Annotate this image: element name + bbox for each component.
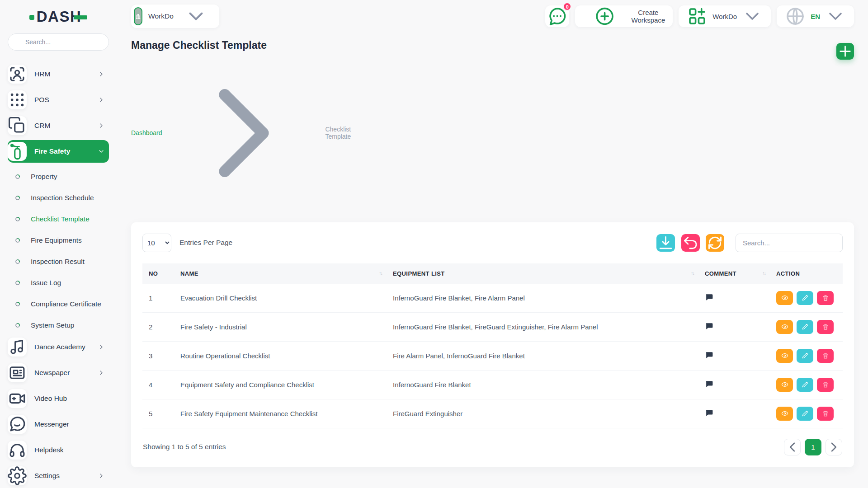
language-selector[interactable]: EN bbox=[777, 5, 854, 27]
sidebar-item-label: Video Hub bbox=[34, 394, 109, 403]
delete-button[interactable] bbox=[817, 320, 834, 334]
globe-icon bbox=[784, 5, 806, 27]
page-title: Manage Checklist Template bbox=[131, 39, 361, 52]
chevron-down-icon bbox=[741, 5, 763, 27]
sidebar-item-property[interactable]: Property bbox=[8, 166, 109, 187]
sidebar-search-input[interactable] bbox=[8, 33, 109, 51]
edit-button[interactable] bbox=[797, 378, 813, 392]
logo-dot-accent bbox=[29, 15, 34, 20]
create-workspace-button[interactable]: Create Workspace bbox=[575, 5, 673, 27]
pencil-icon bbox=[802, 294, 809, 301]
column-header-no: NO bbox=[142, 263, 175, 284]
sidebar-item-pos[interactable]: POS bbox=[8, 89, 109, 111]
sidebar-item-label: Messenger bbox=[34, 420, 109, 428]
sidebar-item-label: Dance Academy bbox=[34, 343, 98, 351]
sidebar-item-inspection-result[interactable]: Inspection Result bbox=[8, 251, 109, 272]
create-template-button[interactable] bbox=[836, 43, 854, 60]
circle-bullet-icon bbox=[15, 280, 20, 286]
comment-button[interactable] bbox=[705, 321, 715, 331]
sidebar-item-fire-equipments[interactable]: Fire Equipments bbox=[8, 230, 109, 251]
table-search-input[interactable] bbox=[736, 234, 843, 252]
delete-button[interactable] bbox=[817, 349, 834, 363]
table-row: 1Evacuation Drill ChecklistInfernoGuard … bbox=[142, 284, 843, 313]
checklist-table-card: 10 Entries Per Page NONA bbox=[131, 222, 854, 467]
sidebar-item-helpdesk[interactable]: Helpdesk bbox=[8, 439, 109, 461]
sidebar-item-label: CRM bbox=[34, 122, 98, 130]
sidebar-item-crm[interactable]: CRM bbox=[8, 114, 109, 137]
view-button[interactable] bbox=[776, 378, 793, 392]
edit-button[interactable] bbox=[797, 291, 813, 305]
undo-icon bbox=[681, 234, 700, 252]
cell-no: 1 bbox=[142, 284, 175, 313]
chat-bubble-icon bbox=[8, 415, 27, 434]
circle-bullet-icon bbox=[15, 238, 20, 243]
comment-button[interactable] bbox=[705, 350, 715, 360]
sidebar-item-inspection-schedule[interactable]: Inspection Schedule bbox=[8, 187, 109, 208]
workspace-avatar bbox=[134, 7, 142, 25]
sidebar-item-system-setup[interactable]: System Setup bbox=[8, 314, 109, 336]
circle-bullet-icon bbox=[15, 174, 20, 179]
eye-icon bbox=[781, 294, 788, 301]
sidebar-item-settings[interactable]: Settings bbox=[8, 465, 109, 487]
sidebar-item-issue-log[interactable]: Issue Log bbox=[8, 272, 109, 293]
circle-bullet-icon bbox=[15, 216, 20, 222]
view-button[interactable] bbox=[776, 320, 793, 334]
cell-equipment-list: FireGuard Extinguisher bbox=[387, 399, 699, 428]
sidebar-item-checklist-template[interactable]: Checklist Template bbox=[8, 208, 109, 230]
download-icon bbox=[656, 234, 675, 252]
chevron-down-icon bbox=[825, 5, 846, 27]
trash-icon bbox=[822, 410, 829, 417]
sidebar-subitem-label: Fire Equipments bbox=[31, 236, 82, 244]
comment-button[interactable] bbox=[705, 292, 715, 302]
view-button[interactable] bbox=[776, 407, 793, 421]
table-footer: Showing 1 to 5 of 5 entries 1 bbox=[142, 428, 843, 465]
sidebar-item-messenger[interactable]: Messenger bbox=[8, 413, 109, 436]
cell-no: 2 bbox=[142, 312, 175, 341]
pencil-icon bbox=[802, 352, 809, 359]
cell-actions bbox=[771, 341, 843, 370]
view-button[interactable] bbox=[776, 349, 793, 363]
chevron-right-icon bbox=[98, 472, 105, 479]
pagination-previous-button[interactable] bbox=[784, 439, 801, 455]
eye-icon bbox=[781, 352, 788, 359]
sidebar-item-fire-safety[interactable]: Fire Safety bbox=[8, 140, 109, 163]
pagination-next-button[interactable] bbox=[826, 439, 842, 455]
entries-per-page-select[interactable]: 10 bbox=[142, 234, 171, 252]
chevron-left-icon bbox=[784, 439, 800, 455]
view-button[interactable] bbox=[776, 291, 793, 305]
edit-button[interactable] bbox=[797, 407, 813, 421]
chevron-right-icon bbox=[98, 343, 105, 351]
workdo-menu-button[interactable]: WorkDo bbox=[679, 5, 771, 27]
comment-button[interactable] bbox=[705, 408, 715, 418]
edit-button[interactable] bbox=[797, 349, 813, 363]
sidebar-item-hrm[interactable]: HRM bbox=[8, 63, 109, 85]
breadcrumb-dashboard-link[interactable]: Dashboard bbox=[131, 129, 162, 136]
sidebar-item-compliance-certificate[interactable]: Compliance Certificate bbox=[8, 293, 109, 314]
edit-button[interactable] bbox=[797, 320, 813, 334]
export-download-button[interactable] bbox=[656, 234, 675, 252]
sidebar-item-newspaper[interactable]: Newspaper bbox=[8, 361, 109, 384]
column-header-name[interactable]: NAME↑↓ bbox=[175, 263, 387, 284]
cell-actions bbox=[771, 399, 843, 428]
sidebar-item-video-hub[interactable]: Video Hub bbox=[8, 387, 109, 410]
sidebar-subitem-label: System Setup bbox=[31, 321, 75, 329]
delete-button[interactable] bbox=[817, 407, 834, 421]
cell-name: Routine Operational Checklist bbox=[175, 341, 387, 370]
column-header-equipment-list[interactable]: EQUIPMENT LIST↑↓ bbox=[387, 263, 699, 284]
reset-filter-button[interactable] bbox=[681, 234, 700, 252]
column-header-comment[interactable]: COMMENT↑↓ bbox=[699, 263, 771, 284]
sort-icon: ↑↓ bbox=[762, 270, 765, 276]
eye-icon bbox=[781, 381, 788, 388]
headset-icon bbox=[8, 441, 27, 460]
sidebar-item-dance-academy[interactable]: Dance Academy bbox=[8, 336, 109, 358]
pagination-page-1-button[interactable]: 1 bbox=[805, 439, 821, 455]
delete-button[interactable] bbox=[817, 378, 834, 392]
newspaper-icon bbox=[8, 363, 27, 382]
column-header-action: ACTION bbox=[771, 263, 843, 284]
workspace-selector[interactable]: WorkDo bbox=[131, 5, 219, 28]
delete-button[interactable] bbox=[817, 291, 834, 305]
refresh-button[interactable] bbox=[706, 234, 724, 252]
logo-row: DASH bbox=[8, 0, 109, 33]
messages-button[interactable]: 0 bbox=[545, 5, 569, 27]
comment-button[interactable] bbox=[705, 379, 715, 389]
